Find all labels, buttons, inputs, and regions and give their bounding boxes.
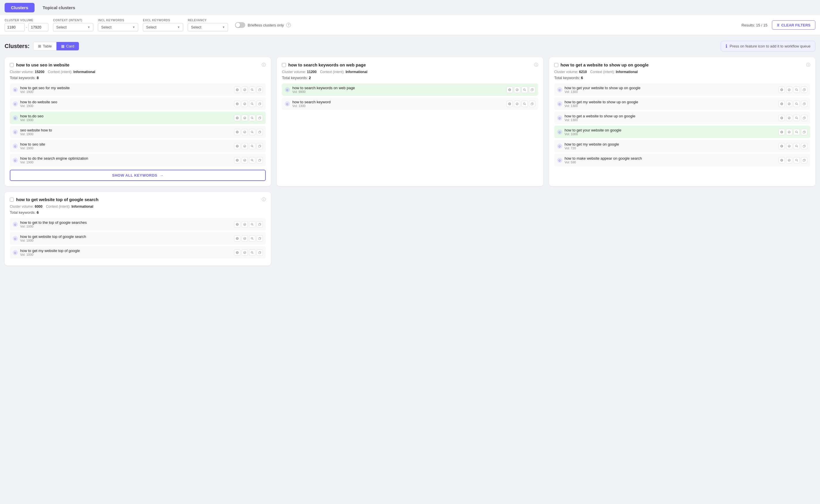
action-web-icon[interactable] [234,157,241,163]
context-intent-select[interactable]: Select ▼ [53,23,93,31]
action-web-icon[interactable] [234,221,241,228]
action-search-icon[interactable] [249,115,256,121]
excl-keywords-select[interactable]: Select ▼ [143,23,183,31]
svg-text:Q: Q [14,131,16,133]
card-info-icon[interactable]: ⓘ [262,197,266,202]
action-check-icon[interactable] [786,87,792,93]
action-copy-icon[interactable] [801,129,807,135]
action-copy-icon[interactable] [257,235,263,242]
action-search-icon[interactable] [249,129,256,135]
keyword-row: Q how to make website appear on google s… [554,154,810,166]
card-checkbox[interactable] [554,63,558,67]
action-web-icon[interactable] [506,87,513,93]
action-check-icon[interactable] [786,143,792,149]
action-search-icon[interactable] [249,143,256,149]
action-check-icon[interactable] [514,101,520,107]
action-search-icon[interactable] [794,101,800,107]
action-copy-icon[interactable] [257,143,263,149]
svg-line-30 [253,132,254,133]
show-all-keywords-button[interactable]: SHOW ALL KEYWORDS → [10,170,266,181]
action-web-icon[interactable] [234,143,241,149]
card-info-icon[interactable]: ⓘ [534,62,538,68]
keyword-q-icon: Q [13,222,18,227]
action-check-icon[interactable] [786,129,792,135]
svg-rect-119 [259,224,260,226]
action-check-icon[interactable] [242,249,248,256]
action-copy-icon[interactable] [257,101,263,107]
action-check-icon[interactable] [242,129,248,135]
action-check-icon[interactable] [242,221,248,228]
action-search-icon[interactable] [249,235,256,242]
action-web-icon[interactable] [234,87,241,93]
card-info-icon[interactable]: ⓘ [806,62,810,68]
action-search-icon[interactable] [794,87,800,93]
action-check-icon[interactable] [786,157,792,163]
card-info-icon[interactable]: ⓘ [262,62,266,68]
action-copy-icon[interactable] [257,115,263,121]
action-check-icon[interactable] [786,101,792,107]
action-copy-icon[interactable] [801,143,807,149]
volume-max-input[interactable] [28,23,48,31]
action-copy-icon[interactable] [801,157,807,163]
action-web-icon[interactable] [779,157,785,163]
action-search-icon[interactable] [794,115,800,121]
briefless-help-icon[interactable]: ? [286,23,291,27]
action-copy-icon[interactable] [529,101,535,107]
tab-topical-clusters[interactable]: Topical clusters [36,3,81,12]
action-check-icon[interactable] [786,115,792,121]
briefless-toggle[interactable] [235,22,245,28]
card-checkbox[interactable] [10,63,14,67]
card-title: how to get website top of google search [16,197,260,202]
card-checkbox[interactable] [282,63,286,67]
action-web-icon[interactable] [234,101,241,107]
action-copy-icon[interactable] [801,101,807,107]
action-check-icon[interactable] [242,157,248,163]
action-copy-icon[interactable] [257,221,263,228]
action-web-icon[interactable] [779,101,785,107]
action-copy-icon[interactable] [257,129,263,135]
action-copy-icon[interactable] [257,249,263,256]
action-check-icon[interactable] [242,235,248,242]
keyword-text-block: how to get to the top of google searches… [20,220,232,228]
action-web-icon[interactable] [234,115,241,121]
keyword-text-block: how to get your website to show up on go… [564,86,776,93]
tab-clusters[interactable]: Clusters [5,3,35,12]
action-search-icon[interactable] [794,143,800,149]
action-web-icon[interactable] [779,129,785,135]
action-search-icon[interactable] [794,157,800,163]
action-search-icon[interactable] [794,129,800,135]
action-search-icon[interactable] [249,221,256,228]
action-search-icon[interactable] [249,249,256,256]
action-copy-icon[interactable] [257,157,263,163]
incl-keywords-select[interactable]: Select ▼ [98,23,138,31]
action-copy-icon[interactable] [257,87,263,93]
action-search-icon[interactable] [249,101,256,107]
action-copy-icon[interactable] [801,115,807,121]
action-search-icon[interactable] [249,157,256,163]
action-check-icon[interactable] [514,87,520,93]
action-check-icon[interactable] [242,101,248,107]
svg-point-5 [251,89,253,90]
action-web-icon[interactable] [506,101,513,107]
action-web-icon[interactable] [234,129,241,135]
action-search-icon[interactable] [521,101,528,107]
card-checkbox[interactable] [10,198,14,202]
action-search-icon[interactable] [249,87,256,93]
action-web-icon[interactable] [234,249,241,256]
show-all-label: SHOW ALL KEYWORDS [112,173,157,177]
action-search-icon[interactable] [521,87,528,93]
card-view-button[interactable]: ▦ Card [56,42,79,50]
action-copy-icon[interactable] [529,87,535,93]
action-web-icon[interactable] [234,235,241,242]
table-view-button[interactable]: ⊞ Table [33,42,56,50]
action-check-icon[interactable] [242,115,248,121]
action-copy-icon[interactable] [801,87,807,93]
action-check-icon[interactable] [242,87,248,93]
volume-min-input[interactable] [5,23,25,31]
action-web-icon[interactable] [779,115,785,121]
action-web-icon[interactable] [779,143,785,149]
relevancy-select[interactable]: Select ▼ [188,23,228,31]
action-web-icon[interactable] [779,87,785,93]
action-check-icon[interactable] [242,143,248,149]
clear-filters-button[interactable]: ⧖ CLEAR FILTERS [772,20,815,30]
